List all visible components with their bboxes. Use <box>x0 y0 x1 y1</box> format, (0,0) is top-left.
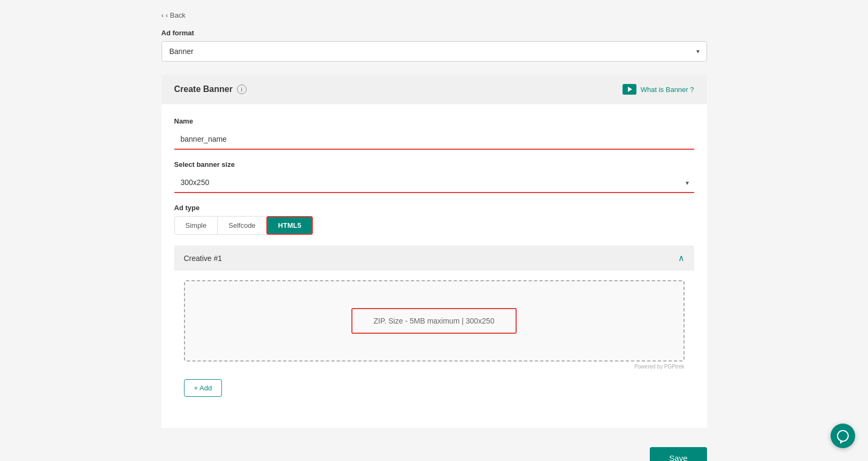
info-icon[interactable]: i <box>237 84 247 94</box>
chat-icon <box>837 430 849 442</box>
tab-selfcode[interactable]: Selfcode <box>217 216 266 235</box>
name-input[interactable] <box>174 129 694 150</box>
powered-by: Powered by PGPtrek <box>184 362 685 374</box>
card-title: Create Banner i <box>174 84 247 94</box>
create-banner-card: Create Banner i What is Banner ? Name Se… <box>162 74 707 428</box>
drop-zone-text: ZIP. Size - 5MB maximum | 300x250 <box>374 317 495 325</box>
add-button-label: + Add <box>194 384 212 392</box>
creative-header: Creative #1 ∧ <box>174 245 694 271</box>
banner-size-section: Select banner size 300x250 728x90 160x60… <box>174 160 694 193</box>
banner-size-select[interactable]: 300x250 728x90 160x600 320x50 <box>174 173 694 193</box>
footer-actions: Save <box>162 436 707 461</box>
ad-type-label: Ad type <box>174 204 694 212</box>
save-button[interactable]: Save <box>650 447 706 461</box>
chat-bubble-button[interactable] <box>831 424 855 448</box>
name-section: Name <box>174 117 694 150</box>
back-icon: ‹ <box>162 11 164 19</box>
play-icon <box>623 84 636 95</box>
name-label: Name <box>174 117 694 125</box>
back-link[interactable]: ‹ ‹ Back <box>162 11 186 19</box>
banner-size-label: Select banner size <box>174 160 694 168</box>
ad-type-section: Ad type Simple Selfcode HTML5 <box>174 204 694 235</box>
ad-type-tabs: Simple Selfcode HTML5 <box>174 216 694 235</box>
banner-size-select-wrapper: 300x250 728x90 160x600 320x50 ▾ <box>174 173 694 193</box>
ad-format-select[interactable]: Banner Video Native <box>162 41 707 62</box>
what-is-banner-label: What is Banner ? <box>641 86 694 94</box>
creative-body: ZIP. Size - 5MB maximum | 300x250 Powere… <box>174 271 694 406</box>
creative-title: Creative #1 <box>184 254 222 263</box>
ad-format-label: Ad format <box>162 29 707 37</box>
drop-zone-inner: ZIP. Size - 5MB maximum | 300x250 <box>351 308 517 334</box>
ad-format-section: Ad format Banner Video Native ▾ <box>162 29 707 62</box>
card-header: Create Banner i What is Banner ? <box>162 74 707 104</box>
create-banner-title: Create Banner <box>174 84 233 94</box>
card-body: Name Select banner size 300x250 728x90 1… <box>162 104 707 428</box>
tab-html5[interactable]: HTML5 <box>266 216 313 235</box>
what-is-banner-link[interactable]: What is Banner ? <box>623 84 694 95</box>
add-button[interactable]: + Add <box>184 379 222 397</box>
creative-section: Creative #1 ∧ ZIP. Size - 5MB maximum | … <box>174 245 694 406</box>
ad-format-select-wrapper: Banner Video Native ▾ <box>162 41 707 62</box>
drop-zone[interactable]: ZIP. Size - 5MB maximum | 300x250 <box>184 280 685 362</box>
tab-simple[interactable]: Simple <box>174 216 218 235</box>
chevron-up-icon[interactable]: ∧ <box>678 253 685 263</box>
back-label: ‹ Back <box>166 11 186 19</box>
